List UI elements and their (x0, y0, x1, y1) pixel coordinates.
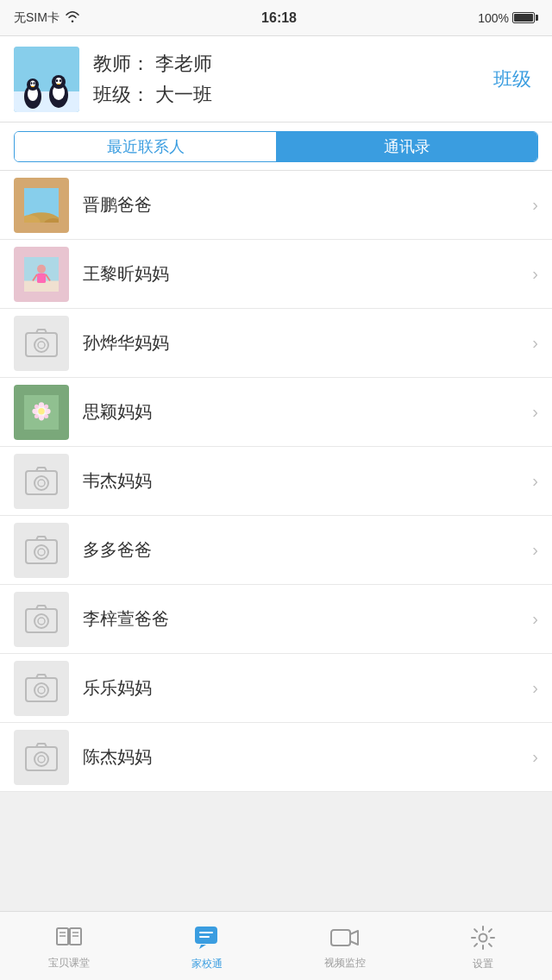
segment-contacts[interactable]: 通讯录 (276, 132, 537, 161)
chevron-icon: › (532, 195, 538, 215)
segment-bar: 最近联系人 通讯录 (0, 122, 552, 171)
carrier-text: 无SIM卡 (14, 10, 60, 26)
contact-item[interactable]: 陈杰妈妈 › (0, 723, 552, 792)
svg-point-42 (34, 545, 48, 559)
header: 教师： 李老师 班级： 大一班 班级 (0, 36, 552, 122)
contact-avatar (14, 730, 69, 785)
contact-avatar (14, 523, 69, 578)
svg-point-32 (45, 408, 50, 413)
contact-avatar (14, 316, 69, 371)
svg-point-12 (56, 79, 58, 82)
battery-icon (512, 12, 538, 23)
chat-icon (194, 926, 220, 953)
svg-point-31 (32, 408, 37, 413)
contact-item[interactable]: 思颖妈妈 › (0, 378, 552, 447)
svg-point-26 (38, 342, 45, 349)
svg-rect-21 (37, 273, 46, 282)
teacher-label: 教师： (93, 53, 150, 74)
contact-avatar (14, 661, 69, 716)
tab-baobei[interactable]: 宝贝课堂 (0, 921, 138, 971)
header-info: 教师： 李老师 班级： 大一班 (79, 48, 493, 109)
svg-point-25 (34, 338, 48, 352)
gear-icon (471, 926, 495, 953)
contact-item[interactable]: 孙烨华妈妈 › (0, 309, 552, 378)
tab-settings[interactable]: 设置 (414, 920, 552, 971)
teacher-avatar (14, 47, 79, 112)
contact-avatar (14, 454, 69, 509)
tab-jiaxiao-label: 家校通 (191, 957, 223, 971)
contact-name: 思颖妈妈 (69, 400, 532, 424)
svg-rect-1 (14, 91, 79, 112)
contact-item[interactable]: 李梓萱爸爸 › (0, 585, 552, 654)
camera-icon (330, 927, 360, 952)
tab-jiaxiao[interactable]: 家校通 (138, 920, 276, 971)
contact-name: 晋鹏爸爸 (69, 193, 532, 217)
svg-point-33 (34, 404, 39, 408)
contact-name: 李梓萱爸爸 (69, 607, 532, 631)
tab-settings-label: 设置 (473, 957, 493, 971)
class-name: 大一班 (155, 84, 212, 105)
status-right: 100% (478, 11, 538, 25)
class-row: 班级： 大一班 (93, 79, 493, 110)
chevron-icon: › (532, 402, 538, 422)
svg-point-6 (31, 82, 33, 85)
svg-point-7 (34, 82, 35, 85)
chevron-icon: › (532, 333, 538, 353)
contact-name: 孙烨华妈妈 (69, 331, 532, 355)
chevron-icon: › (532, 747, 538, 767)
svg-point-40 (38, 480, 45, 487)
chevron-icon: › (532, 678, 538, 698)
status-time: 16:18 (261, 10, 297, 26)
svg-point-52 (38, 756, 45, 763)
contact-avatar (14, 247, 69, 302)
contact-avatar (14, 178, 69, 233)
contact-name: 多多爸爸 (69, 538, 532, 562)
contact-name: 王黎昕妈妈 (69, 262, 532, 286)
svg-point-36 (44, 413, 48, 418)
contact-item[interactable]: 王黎昕妈妈 › (0, 240, 552, 309)
class-action-button[interactable]: 班级 (493, 66, 538, 92)
svg-point-30 (39, 415, 44, 420)
svg-point-13 (60, 79, 61, 82)
svg-point-39 (34, 476, 48, 490)
battery-percent: 100% (478, 11, 509, 25)
class-label: 班级： (93, 84, 150, 105)
svg-point-29 (39, 402, 44, 407)
svg-point-51 (34, 752, 48, 766)
contact-item[interactable]: 晋鹏爸爸 › (0, 171, 552, 240)
contact-name: 陈杰妈妈 (69, 745, 532, 769)
chevron-icon: › (532, 471, 538, 491)
wifi-icon (65, 10, 80, 25)
bottom-tab-bar: 宝贝课堂 家校通 视频监控 设置 (0, 911, 552, 980)
svg-point-64 (480, 934, 487, 942)
tab-baobei-label: 宝贝课堂 (48, 956, 90, 971)
segment-control: 最近联系人 通讯录 (14, 131, 538, 162)
svg-point-49 (38, 687, 45, 694)
svg-point-48 (34, 683, 48, 697)
contact-name: 乐乐妈妈 (69, 676, 532, 700)
contact-avatar (14, 592, 69, 647)
svg-point-43 (38, 549, 45, 556)
chevron-icon: › (532, 264, 538, 284)
status-bar: 无SIM卡 16:18 100% (0, 0, 552, 36)
contact-avatar (14, 385, 69, 440)
contact-item[interactable]: 乐乐妈妈 › (0, 654, 552, 723)
segment-recent[interactable]: 最近联系人 (15, 132, 276, 161)
svg-point-46 (38, 618, 45, 625)
contact-name: 韦杰妈妈 (69, 469, 532, 493)
svg-point-20 (37, 264, 46, 273)
svg-rect-63 (331, 930, 350, 945)
chevron-icon: › (532, 540, 538, 560)
status-left: 无SIM卡 (14, 10, 80, 26)
tab-video-label: 视频监控 (324, 956, 366, 971)
svg-point-45 (34, 614, 48, 628)
svg-point-35 (34, 413, 39, 418)
contact-item[interactable]: 多多爸爸 › (0, 516, 552, 585)
tab-video[interactable]: 视频监控 (276, 921, 414, 971)
book-icon (56, 927, 82, 952)
contact-list: 晋鹏爸爸 › 王黎昕妈妈 › (0, 171, 552, 792)
contact-item[interactable]: 韦杰妈妈 › (0, 447, 552, 516)
svg-point-34 (44, 404, 48, 408)
chevron-icon: › (532, 609, 538, 629)
svg-point-37 (38, 408, 45, 415)
